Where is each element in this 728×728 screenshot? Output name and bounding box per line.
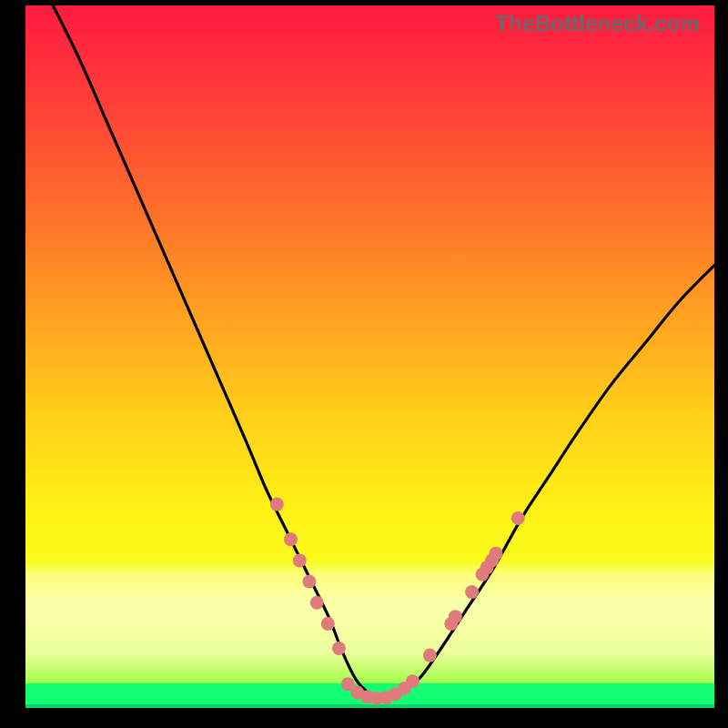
bottleneck-curve-path [53, 5, 714, 701]
curve-marker [511, 511, 525, 525]
curve-marker [332, 642, 346, 655]
chart-plot-area: TheBottleneck.com [25, 5, 714, 708]
curve-marker [423, 649, 437, 662]
curve-marker [490, 547, 503, 561]
curve-marker [465, 585, 479, 599]
curve-markers [270, 498, 525, 705]
curve-marker [293, 553, 307, 567]
curve-marker [270, 498, 284, 511]
curve-svg [25, 5, 714, 708]
curve-marker [449, 610, 462, 623]
chart-stage: TheBottleneck.com [0, 0, 728, 728]
curve-marker [310, 596, 324, 610]
curve-marker [321, 617, 335, 631]
curve-marker [284, 532, 298, 546]
curve-marker [406, 674, 420, 688]
curve-marker [302, 575, 316, 589]
